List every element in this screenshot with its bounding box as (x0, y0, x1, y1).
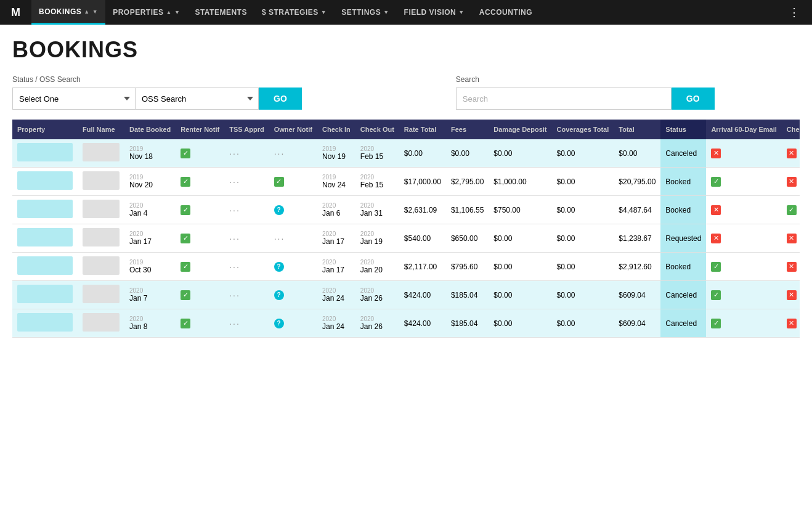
property-thumbnail (17, 285, 73, 303)
dots-icon: ··· (229, 149, 240, 158)
cell-total: $609.04 (614, 281, 660, 309)
cell-date-booked: 2019 Nov 20 (124, 168, 176, 196)
table-row: 2020 Jan 17 ✓ ··· ··· 2020 Jan 17 2020 J… (12, 224, 800, 253)
name-thumbnail (83, 313, 120, 332)
page-title: BOOKINGS (12, 37, 800, 63)
nav-logo[interactable]: M (6, 6, 25, 19)
cell-arrival-email: ✕ (706, 224, 781, 253)
bookings-table-container: Property Full Name Date Booked Renter No… (12, 120, 800, 338)
cell-arrival-email: ✕ (706, 139, 781, 168)
cell-status: Booked (660, 196, 706, 224)
nav-item-field-vision[interactable]: FIELD VISION ▼ (397, 0, 472, 25)
cell-total: $0.00 (614, 139, 660, 168)
cell-check-out: 2020 Feb 15 (355, 139, 399, 168)
cell-status: Booked (660, 168, 706, 196)
oss-search-select[interactable]: OSS Search (136, 88, 259, 110)
nav-item-accounting[interactable]: ACCOUNTING (472, 0, 540, 25)
status-filter-section: Status / OSS Search Select One OSS Searc… (12, 75, 302, 110)
check-icon: ✓ (711, 177, 721, 187)
cell-arrival-email: ✓ (706, 253, 781, 281)
settings-chevron-icon: ▼ (383, 9, 389, 15)
name-thumbnail (83, 228, 120, 246)
cell-property (12, 309, 78, 338)
nav-item-properties[interactable]: PROPERTIES ▲ ▼ (105, 0, 187, 25)
search-section: Search GO (456, 75, 715, 110)
cell-checkout-email: ✕ (782, 309, 800, 338)
cell-arrival-email: ✓ (706, 281, 781, 309)
nav-item-bookings[interactable]: BOOKINGS ▲ ▼ (31, 0, 105, 25)
cell-checkout-email: ✓ (782, 196, 800, 224)
cell-owner-notif: ? (269, 196, 317, 224)
check-icon: ✓ (711, 319, 721, 328)
cell-owner-notif: ··· (269, 224, 317, 253)
col-checkout-email: Check-Out Email (782, 120, 800, 139)
name-thumbnail (83, 171, 120, 190)
cell-coverages-total: $0.00 (552, 224, 614, 253)
cell-date-booked: 2019 Oct 30 (124, 253, 176, 281)
cell-checkout-email: ✕ (782, 281, 800, 309)
cell-damage-deposit: $0.00 (489, 253, 551, 281)
table-header-row: Property Full Name Date Booked Renter No… (12, 120, 800, 139)
search-input[interactable] (456, 88, 672, 110)
nav-item-settings[interactable]: SETTINGS ▼ (334, 0, 396, 25)
cell-owner-notif: ? (269, 309, 317, 338)
cell-full-name (78, 139, 124, 168)
x-icon: ✕ (787, 262, 797, 272)
cell-check-out: 2020 Jan 20 (355, 253, 399, 281)
name-thumbnail (83, 200, 120, 218)
cell-date-booked: 2019 Nov 18 (124, 139, 176, 168)
cell-fees: $1,106.55 (446, 196, 489, 224)
search-go-button[interactable]: GO (672, 88, 715, 110)
cell-property (12, 281, 78, 309)
property-thumbnail (17, 228, 73, 246)
cell-rate-total: $2,117.00 (399, 253, 446, 281)
col-fees: Fees (446, 120, 489, 139)
cell-total: $1,238.67 (614, 224, 660, 253)
table-row: 2020 Jan 4 ✓ ··· ? 2020 Jan 6 2020 Jan 3… (12, 196, 800, 224)
col-total: Total (614, 120, 660, 139)
nav-more-dots[interactable]: ⋮ (782, 6, 806, 19)
table-row: 2019 Oct 30 ✓ ··· ? 2020 Jan 17 2020 Jan… (12, 253, 800, 281)
cell-owner-notif: ? (269, 253, 317, 281)
nav-item-strategies[interactable]: $ STRATEGIES ▼ (254, 0, 334, 25)
cell-tss-apprd: ··· (224, 309, 269, 338)
cell-renter-notif: ✓ (176, 139, 224, 168)
cell-status: Canceled (660, 309, 706, 338)
question-icon: ? (274, 319, 284, 328)
cell-owner-notif: ✓ (269, 168, 317, 196)
cell-full-name (78, 196, 124, 224)
cell-date-booked: 2020 Jan 7 (124, 281, 176, 309)
cell-check-out: 2020 Jan 26 (355, 281, 399, 309)
cell-status: Booked (660, 253, 706, 281)
check-icon: ✓ (181, 262, 190, 272)
col-damage-deposit: Damage Deposit (489, 120, 551, 139)
dots-icon: ··· (229, 205, 240, 215)
dots-icon: ··· (229, 262, 240, 272)
cell-fees: $0.00 (446, 139, 489, 168)
cell-rate-total: $2,631.09 (399, 196, 446, 224)
x-icon: ✕ (711, 149, 721, 158)
cell-check-in: 2019 Nov 19 (317, 139, 355, 168)
col-renter-notif: Renter Notif (176, 120, 224, 139)
status-select[interactable]: Select One (12, 88, 136, 110)
cell-check-out: 2020 Jan 31 (355, 196, 399, 224)
nav-item-statements[interactable]: STATEMENTS (187, 0, 254, 25)
filter-go-button[interactable]: GO (259, 88, 302, 110)
cell-owner-notif: ? (269, 281, 317, 309)
dots-icon: ··· (229, 290, 240, 300)
search-bar: Status / OSS Search Select One OSS Searc… (12, 75, 800, 110)
cell-check-in: 2019 Nov 24 (317, 168, 355, 196)
cell-full-name (78, 281, 124, 309)
dots-icon: ··· (229, 177, 240, 187)
top-nav: M BOOKINGS ▲ ▼ PROPERTIES ▲ ▼ STATEMENTS… (0, 0, 812, 25)
cell-fees: $795.60 (446, 253, 489, 281)
cell-rate-total: $17,000.00 (399, 168, 446, 196)
cell-total: $609.04 (614, 309, 660, 338)
cell-full-name (78, 253, 124, 281)
cell-fees: $185.04 (446, 309, 489, 338)
cell-fees: $185.04 (446, 281, 489, 309)
cell-damage-deposit: $750.00 (489, 196, 551, 224)
col-property: Property (12, 120, 78, 139)
cell-check-in: 2020 Jan 6 (317, 196, 355, 224)
cell-owner-notif: ··· (269, 139, 317, 168)
